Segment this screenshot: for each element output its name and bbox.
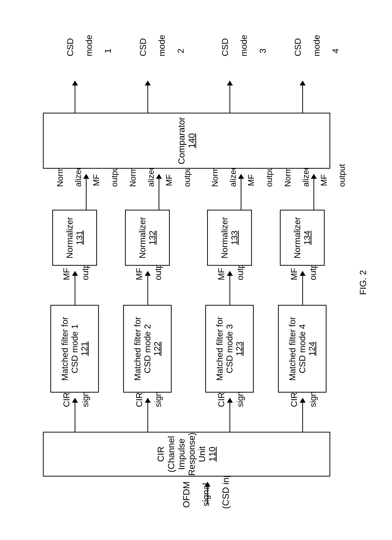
cir-unit-block: CIR (Channel Impulse Response) Unit 110 bbox=[43, 432, 330, 477]
arrow-mf-to-norm-2 bbox=[147, 271, 148, 305]
arrow-norm-to-comp-1 bbox=[86, 174, 87, 210]
normalizer-3-block: Normalizer 133 bbox=[207, 210, 252, 266]
normalizer-2-block: Normalizer 132 bbox=[125, 210, 170, 266]
matched-filter-4-block: Matched filter for CSD mode 4 124 bbox=[278, 305, 327, 393]
arrow-comp-out-2 bbox=[147, 81, 148, 113]
csd-mode-2-label: CSD mode 2 bbox=[129, 45, 195, 75]
arrow-comp-out-3 bbox=[229, 81, 230, 113]
csd-mode-3-label: CSD mode 3 bbox=[211, 45, 277, 75]
arrow-cir-to-mf-1 bbox=[75, 398, 75, 432]
normalizer-4-block: Normalizer 134 bbox=[280, 210, 325, 266]
arrow-cir-to-mf-3 bbox=[229, 398, 230, 432]
arrow-comp-out-1 bbox=[75, 81, 75, 113]
matched-filter-1-block: Matched filter for CSD mode 1 121 bbox=[50, 305, 99, 393]
arrow-norm-to-comp-4 bbox=[313, 174, 314, 210]
figure-label: FIG. 2 bbox=[358, 258, 368, 307]
arrow-cir-to-mf-4 bbox=[302, 398, 303, 432]
arrow-norm-to-comp-3 bbox=[241, 174, 241, 210]
matched-filter-3-block: Matched filter for CSD mode 3 123 bbox=[205, 305, 254, 393]
csd-mode-1-label: CSD mode 1 bbox=[56, 45, 122, 75]
input-signal-label: OFDM signal (CSD input) bbox=[172, 480, 241, 529]
arrow-cir-to-mf-2 bbox=[147, 398, 148, 432]
comparator-block: Comparator 140 bbox=[43, 113, 330, 169]
normalizer-1-block: Normalizer 131 bbox=[52, 210, 97, 266]
arrow-mf-to-norm-4 bbox=[302, 271, 303, 305]
diagram-stage: OFDM signal (CSD input) CIR (Channel Imp… bbox=[0, 0, 392, 540]
arrow-input-to-cir bbox=[207, 482, 208, 505]
csd-mode-4-label: CSD mode 4 bbox=[284, 45, 350, 75]
matched-filter-2-block: Matched filter for CSD mode 2 122 bbox=[123, 305, 172, 393]
arrow-comp-out-4 bbox=[302, 81, 303, 113]
arrow-norm-to-comp-2 bbox=[159, 174, 159, 210]
arrow-mf-to-norm-1 bbox=[75, 271, 75, 305]
arrow-mf-to-norm-3 bbox=[229, 271, 230, 305]
